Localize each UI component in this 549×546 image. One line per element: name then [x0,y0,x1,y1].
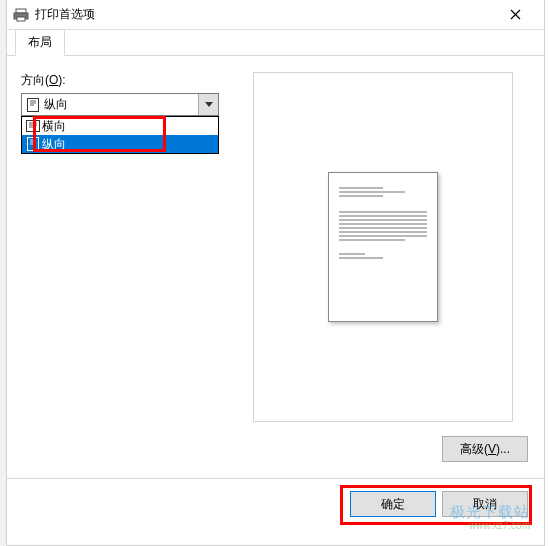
orientation-option-portrait[interactable]: 纵向 [22,135,218,153]
orientation-option-landscape[interactable]: 横向 [22,117,218,135]
orientation-label-suffix: ): [58,73,65,87]
print-preview [253,72,513,422]
orientation-label: 方向(O): [21,72,241,89]
tab-layout[interactable]: 布局 [15,29,65,56]
orientation-selected-text: 纵向 [44,96,198,113]
close-button[interactable] [493,1,538,29]
printer-icon [13,7,29,23]
left-column: 方向(O): 纵向 横向 [21,72,241,422]
advanced-label-prefix: 高级( [460,441,488,458]
dialog-buttons: 确定 取消 [7,491,544,531]
separator [7,478,544,479]
page-landscape-icon [26,119,40,133]
orientation-dropdown: 横向 纵向 [21,116,219,154]
chevron-down-icon [198,94,218,115]
window-title: 打印首选项 [35,6,493,23]
ok-button[interactable]: 确定 [350,491,436,517]
advanced-button[interactable]: 高级(V)... [442,436,528,462]
svg-rect-2 [17,17,25,21]
page-portrait-icon [26,98,40,112]
page-portrait-icon [26,137,40,151]
content-area: 方向(O): 纵向 横向 [7,56,544,430]
advanced-label-suffix: )... [496,442,510,456]
advanced-row: 高级(V)... [7,430,544,462]
advanced-label-hotkey: V [488,442,496,456]
tab-strip: 布局 [7,30,544,56]
orientation-option-label: 纵向 [42,136,66,153]
orientation-combobox[interactable]: 纵向 [21,93,219,116]
print-preferences-window: 打印首选项 布局 方向(O): 纵向 [6,0,545,546]
svg-rect-0 [16,9,26,13]
orientation-option-label: 横向 [42,118,66,135]
orientation-label-hotkey: O [49,73,58,87]
orientation-label-prefix: 方向( [21,73,49,87]
titlebar: 打印首选项 [7,0,544,30]
svg-rect-4 [27,121,40,132]
preview-page [328,172,438,322]
cancel-button[interactable]: 取消 [442,491,528,517]
